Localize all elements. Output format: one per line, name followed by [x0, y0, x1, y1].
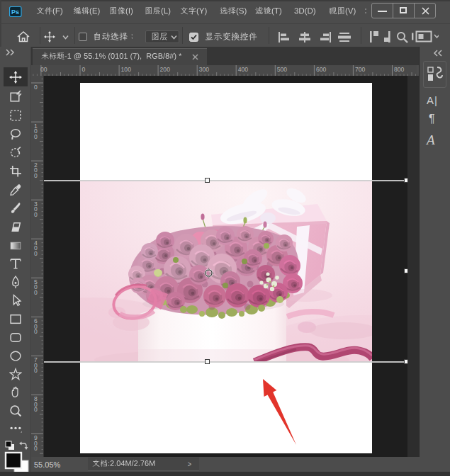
svg-text:400: 400 — [238, 66, 249, 73]
svg-text:0: 0 — [34, 367, 38, 374]
svg-text:0: 0 — [34, 84, 38, 91]
svg-text:0: 0 — [34, 289, 38, 296]
svg-text:800: 800 — [394, 66, 405, 73]
svg-text:0: 0 — [34, 211, 38, 218]
svg-text:700: 700 — [355, 66, 366, 73]
svg-text:500: 500 — [277, 66, 288, 73]
svg-text:00: 00 — [40, 66, 47, 73]
svg-text:0: 0 — [82, 66, 86, 73]
svg-text:0: 0 — [34, 172, 38, 179]
svg-text:0: 0 — [34, 250, 38, 257]
svg-text:100: 100 — [121, 66, 132, 73]
svg-text:0: 0 — [34, 406, 38, 413]
svg-text:300: 300 — [199, 66, 210, 73]
svg-text:600: 600 — [316, 66, 327, 73]
svg-text:0: 0 — [34, 133, 38, 140]
svg-text:200: 200 — [160, 66, 171, 73]
svg-text:Ps: Ps — [11, 8, 19, 16]
svg-text:0: 0 — [34, 328, 38, 335]
